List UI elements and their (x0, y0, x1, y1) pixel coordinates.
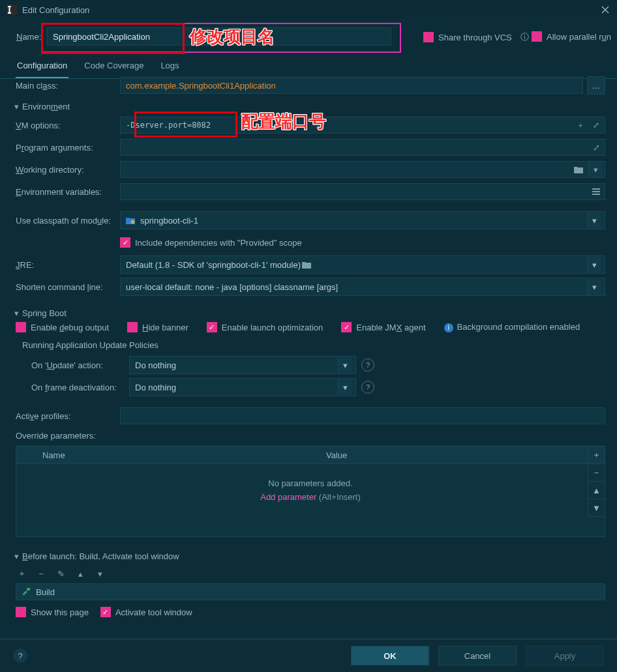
on-update-dropdown[interactable]: Do nothing▾ (129, 356, 356, 374)
main-class-field[interactable]: com.example.SpringbootCli1Application (120, 77, 583, 94)
dialog-footer: ? OK Cancel Apply (0, 639, 617, 672)
before-launch-section[interactable]: ▾Before launch: Build, Activate tool win… (13, 551, 605, 561)
activate-tool-window-checkbox[interactable]: Activate tool window (100, 607, 192, 617)
on-frame-row: On frame deactivation: Do nothing▾ ? (16, 376, 605, 398)
main-class-label: Main class: (16, 81, 120, 91)
help-button[interactable]: ? (13, 649, 27, 663)
dialog-title: Edit Configuration (22, 5, 600, 15)
add-button[interactable]: ＋ (588, 446, 605, 464)
classpath-module-dropdown[interactable]: springboot-cli-1 ▾ (120, 211, 605, 229)
active-profiles-field[interactable] (120, 407, 605, 424)
hammer-icon (22, 587, 31, 596)
override-params-table: Name Value No parameters added. Add para… (16, 446, 605, 537)
on-update-label: On 'Update' action: (31, 360, 129, 370)
shorten-cmdline-label: Shorten command line: (16, 282, 120, 292)
annotation-name-text: 修改项目名 (190, 25, 275, 48)
help-icon[interactable]: ? (361, 358, 374, 372)
col-value: Value (321, 450, 605, 460)
vm-options-field[interactable]: -Dserver.port=8082 ＋ ⤢ (120, 117, 605, 134)
table-side-buttons: ＋ − ▲ ▼ (588, 446, 605, 517)
list-icon[interactable] (590, 186, 602, 197)
intellij-icon (7, 5, 17, 15)
enable-jmx-checkbox[interactable]: Enable JMX agent (341, 322, 425, 332)
enable-launch-opt-checkbox[interactable]: Enable launch optimization (207, 322, 323, 332)
expand-icon[interactable]: ⤢ (590, 141, 602, 153)
active-profiles-row: Active profiles: (16, 405, 605, 427)
add-parameter-link[interactable]: Add parameter (260, 492, 316, 502)
enable-debug-checkbox[interactable]: Enable debug output (16, 322, 109, 332)
apply-button[interactable]: Apply (526, 646, 604, 665)
svg-rect-4 (592, 188, 600, 190)
checkbox-box (532, 31, 542, 42)
col-name: Name (37, 450, 321, 460)
vm-options-label: VM options: (16, 121, 120, 130)
before-launch-list[interactable]: Build (16, 583, 605, 600)
svg-rect-5 (592, 191, 600, 192)
close-icon[interactable] (600, 5, 610, 15)
chevron-down-icon: ▾ (338, 357, 352, 373)
before-launch-opts: Show this page Activate tool window (16, 607, 605, 617)
program-arguments-label: Program arguments: (16, 143, 120, 153)
ok-button[interactable]: OK (351, 646, 429, 665)
program-arguments-field[interactable]: ⤢ (120, 139, 605, 156)
on-update-row: On 'Update' action: Do nothing▾ ? (16, 354, 605, 376)
working-directory-field[interactable]: ▾ (120, 161, 605, 178)
chevron-down-icon: ▾ (587, 279, 601, 295)
module-icon (126, 216, 135, 224)
environment-variables-field[interactable] (120, 183, 605, 200)
classpath-module-label: Use classpath of module: (16, 216, 120, 226)
svg-rect-7 (131, 220, 134, 224)
allow-parallel-run-checkbox[interactable]: Allow parallel run (532, 31, 611, 42)
shorten-cmdline-dropdown[interactable]: user-local default: none - java [options… (120, 278, 605, 296)
working-directory-label: Working directory: (16, 165, 120, 175)
help-icon[interactable]: ? (361, 381, 374, 394)
vm-options-row: VM options: -Dserver.port=8082 ＋ ⤢ 配置端口号 (16, 114, 605, 136)
environment-variables-label: Environment variables: (16, 187, 120, 197)
svg-rect-8 (27, 588, 30, 591)
svg-rect-6 (592, 194, 600, 195)
table-empty: No parameters added. Add parameter (Alt+… (16, 464, 605, 502)
share-through-vcs-checkbox[interactable]: Share through VCS ⓘ (423, 31, 529, 43)
help-icon[interactable]: ⓘ (520, 31, 529, 43)
chevron-down-icon: ▾ (338, 379, 352, 395)
cancel-button[interactable]: Cancel (438, 646, 517, 665)
on-frame-dropdown[interactable]: Do nothing▾ (129, 378, 356, 396)
chevron-down-icon: ▾ (13, 551, 20, 561)
add-button[interactable]: ＋ (16, 568, 27, 579)
folder-icon[interactable] (301, 259, 312, 270)
move-down-button[interactable]: ▼ (588, 499, 605, 517)
program-arguments-row: Program arguments: ⤢ (16, 136, 605, 158)
name-label: Name: (16, 32, 41, 42)
main-class-row: Main class: com.example.SpringbootCli1Ap… (16, 74, 605, 96)
main-class-browse-button[interactable]: … (587, 76, 605, 95)
move-up-button[interactable]: ▲ (588, 482, 605, 499)
jre-dropdown[interactable]: Default (1.8 - SDK of 'springboot-cli-1'… (120, 256, 605, 274)
chevron-down-icon: ▾ (587, 212, 601, 228)
override-params-label: Override parameters: (16, 431, 605, 441)
chevron-down-icon[interactable]: ▾ (588, 162, 602, 177)
working-directory-row: Working directory: ▾ (16, 158, 605, 181)
spring-boot-options: Enable debug output Hide banner Enable l… (16, 322, 605, 332)
top-row: Name: 修改项目名 Share through VCS ⓘ Allow pa… (0, 20, 617, 53)
jre-row: JRE: Default (1.8 - SDK of 'springboot-c… (16, 254, 605, 276)
bg-compile-info: iBackground compilation enabled (444, 322, 580, 332)
checkbox-box (120, 237, 130, 248)
edit-button[interactable]: ✎ (55, 568, 67, 579)
move-down-button[interactable]: ▾ (94, 568, 106, 579)
environment-variables-row: Environment variables: (16, 181, 605, 203)
show-this-page-checkbox[interactable]: Show this page (16, 607, 89, 617)
spring-boot-section[interactable]: ▾Spring Boot (13, 308, 605, 318)
hide-banner-checkbox[interactable]: Hide banner (127, 322, 188, 332)
remove-button[interactable]: − (35, 568, 47, 579)
folder-icon[interactable] (573, 164, 584, 175)
info-icon: i (444, 323, 453, 332)
table-header: Name Value (16, 446, 605, 464)
include-provided-checkbox[interactable]: Include dependencies with "Provided" sco… (120, 237, 302, 248)
before-launch-toolbar: ＋ − ✎ ▴ ▾ (16, 564, 605, 583)
before-launch-area: ▾Before launch: Build, Activate tool win… (16, 551, 605, 617)
expand-icon[interactable]: ⤢ (590, 119, 602, 131)
move-up-button[interactable]: ▴ (74, 568, 86, 579)
insert-macro-icon[interactable]: ＋ (575, 119, 586, 131)
edit-configuration-dialog: Edit Configuration Name: 修改项目名 Share thr… (0, 0, 617, 672)
remove-button[interactable]: − (588, 464, 605, 482)
